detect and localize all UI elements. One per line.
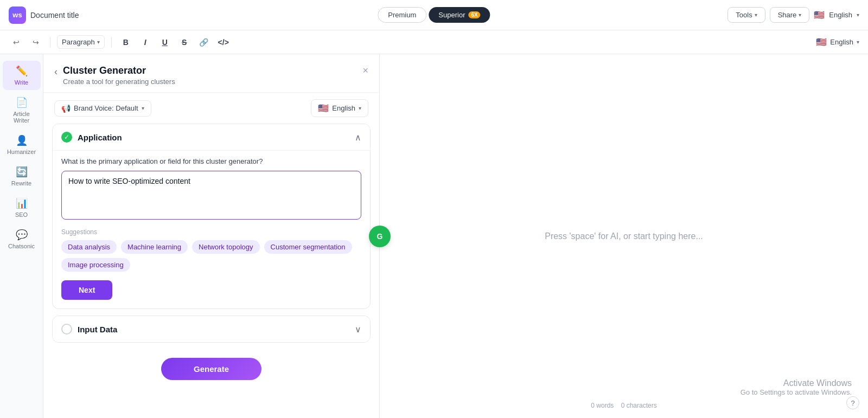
- input-data-section: Input Data ∨: [52, 316, 371, 343]
- activate-windows-subtitle: Go to Settings to activate Windows.: [741, 388, 852, 396]
- panel-lang-chevron-icon: ▾: [359, 105, 361, 111]
- help-button[interactable]: ?: [846, 396, 859, 409]
- sidebar-chatsonic-label: Chatsonic: [8, 243, 35, 249]
- input-data-header-left: Input Data: [61, 324, 117, 335]
- superior-badge: 6X: [468, 11, 480, 18]
- italic-button[interactable]: I: [138, 35, 153, 50]
- word-count-bar: 0 words 0 characters: [591, 402, 656, 409]
- suggestion-customer-segmentation[interactable]: Customer segmentation: [264, 240, 352, 254]
- panel-title: Cluster Generator: [63, 65, 362, 76]
- char-count-label: 0 characters: [621, 402, 657, 409]
- toolbar-divider-2: [111, 37, 112, 48]
- back-button[interactable]: ‹: [54, 66, 58, 78]
- generate-area: Generate: [43, 349, 379, 389]
- code-button[interactable]: </>: [216, 35, 231, 50]
- panel-flag-icon: 🇺🇸: [318, 103, 329, 113]
- language-flag-icon: 🇺🇸: [814, 10, 825, 20]
- sidebar-item-seo[interactable]: 📊 SEO: [3, 193, 41, 222]
- sidebar-rewrite-label: Rewrite: [11, 180, 31, 187]
- panel-language-label: English: [332, 104, 355, 112]
- sidebar-item-article-writer[interactable]: 📄 Article Writer: [3, 92, 41, 128]
- grammarly-badge: G: [369, 226, 391, 247]
- sidebar-humanizer-label: Humanizer: [7, 149, 36, 155]
- toolbar: ↩ ↪ Paragraph ▾ B I U S 🔗 </> 🇺🇸 English…: [0, 30, 868, 54]
- rewrite-icon: 🔄: [16, 166, 28, 178]
- application-check-icon: ✓: [61, 132, 72, 143]
- toolbar-chevron-icon: ▾: [857, 39, 859, 45]
- application-section-title: Application: [78, 133, 122, 142]
- panel-subtitle: Create a tool for generating clusters: [63, 78, 362, 86]
- panel-title-area: Cluster Generator Create a tool for gene…: [63, 65, 362, 86]
- logo-icon: ws: [9, 7, 26, 24]
- sidebar-item-chatsonic[interactable]: 💬 Chatsonic: [3, 224, 41, 254]
- language-label: English: [829, 11, 852, 19]
- input-data-check-icon: [61, 324, 72, 335]
- superior-label: Superior: [438, 11, 465, 19]
- megaphone-icon: 📢: [61, 104, 71, 113]
- suggestion-machine-learning[interactable]: Machine learning: [121, 240, 188, 254]
- premium-button[interactable]: Premium: [378, 7, 426, 23]
- application-input[interactable]: How to write SEO-optimized content: [61, 171, 361, 220]
- input-data-section-header[interactable]: Input Data ∨: [53, 316, 370, 342]
- tools-label: Tools: [736, 11, 752, 19]
- tools-button[interactable]: Tools ▾: [727, 7, 765, 23]
- toolbar-flag-icon: 🇺🇸: [816, 37, 827, 47]
- next-button[interactable]: Next: [61, 280, 112, 300]
- panel-header: ‹ Cluster Generator Create a tool for ge…: [43, 54, 379, 93]
- suggestions-row: Data analysis Machine learning Network t…: [61, 240, 361, 272]
- sidebar-item-rewrite[interactable]: 🔄 Rewrite: [3, 162, 41, 191]
- sidebar-item-humanizer[interactable]: 👤 Humanizer: [3, 130, 41, 159]
- superior-button[interactable]: Superior 6X: [429, 7, 490, 23]
- input-data-section-title: Input Data: [78, 325, 117, 334]
- application-collapse-button[interactable]: ∧: [355, 132, 361, 143]
- article-writer-icon: 📄: [16, 97, 28, 108]
- top-bar: ws Document title Premium Superior 6X To…: [0, 0, 868, 30]
- strikethrough-button[interactable]: S: [177, 35, 192, 50]
- application-section-header[interactable]: ✓ Application ∧: [53, 124, 370, 150]
- application-section-body: What is the primary application or field…: [53, 150, 370, 308]
- application-header-left: ✓ Application: [61, 132, 122, 143]
- brand-voice-button[interactable]: 📢 Brand Voice: Default ▾: [54, 100, 151, 117]
- generate-button[interactable]: Generate: [161, 358, 261, 380]
- toolbar-language-label: English: [830, 38, 853, 46]
- chatsonic-icon: 💬: [16, 229, 28, 241]
- sidebar-seo-label: SEO: [15, 211, 28, 218]
- sidebar-write-label: Write: [15, 79, 28, 86]
- share-chevron-icon: ▾: [799, 12, 801, 18]
- panel-language-button[interactable]: 🇺🇸 English ▾: [311, 99, 368, 117]
- application-question: What is the primary application or field…: [61, 157, 361, 165]
- paragraph-select[interactable]: Paragraph ▾: [57, 35, 105, 49]
- sidebar-article-label: Article Writer: [9, 111, 34, 124]
- main-layout: ✏️ Write 📄 Article Writer 👤 Humanizer 🔄 …: [0, 54, 868, 418]
- seo-icon: 📊: [16, 197, 28, 209]
- share-label: Share: [778, 11, 797, 19]
- bold-button[interactable]: B: [118, 35, 133, 50]
- input-data-collapse-button[interactable]: ∨: [355, 324, 361, 335]
- tools-chevron-icon: ▾: [755, 12, 757, 18]
- application-section: ✓ Application ∧ What is the primary appl…: [52, 124, 371, 309]
- sidebar-item-write[interactable]: ✏️ Write: [3, 61, 41, 90]
- suggestion-image-processing[interactable]: Image processing: [61, 258, 130, 272]
- close-button[interactable]: ×: [362, 65, 368, 76]
- controls-row: 📢 Brand Voice: Default ▾ 🇺🇸 English ▾: [43, 93, 379, 124]
- document-title: Document title: [30, 11, 79, 20]
- language-chevron-icon: ▾: [857, 12, 859, 18]
- activate-windows-notice: Activate Windows Go to Settings to activ…: [741, 378, 852, 396]
- activate-windows-title: Activate Windows: [741, 378, 852, 388]
- suggestion-data-analysis[interactable]: Data analysis: [61, 240, 117, 254]
- link-button[interactable]: 🔗: [196, 35, 212, 50]
- share-button[interactable]: Share ▾: [770, 7, 810, 23]
- brand-voice-label: Brand Voice: Default: [74, 104, 138, 112]
- brand-voice-chevron-icon: ▾: [142, 105, 144, 111]
- editor-area[interactable]: Press 'space' for AI, or start typing he…: [380, 54, 868, 418]
- sidebar: ✏️ Write 📄 Article Writer 👤 Humanizer 🔄 …: [0, 54, 43, 418]
- suggestion-network-topology[interactable]: Network topology: [192, 240, 259, 254]
- undo-button[interactable]: ↩: [9, 35, 24, 50]
- panel-area: ‹ Cluster Generator Create a tool for ge…: [43, 54, 380, 418]
- top-right-actions: Tools ▾ Share ▾ 🇺🇸 English ▾: [727, 7, 859, 23]
- underline-button[interactable]: U: [157, 35, 173, 50]
- redo-button[interactable]: ↪: [28, 35, 43, 50]
- paragraph-chevron-icon: ▾: [97, 39, 100, 45]
- editor-placeholder: Press 'space' for AI, or start typing he…: [545, 231, 703, 241]
- plan-toggle: Premium Superior 6X: [378, 7, 490, 23]
